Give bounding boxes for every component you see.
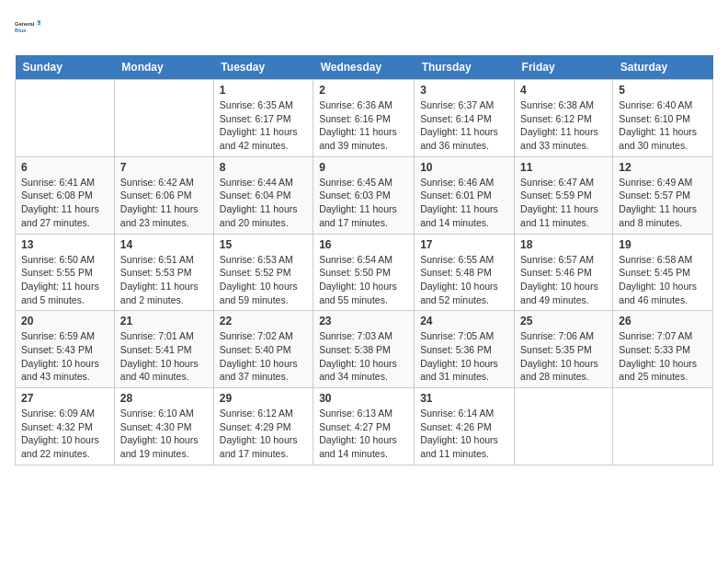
calendar-cell: 6 Sunrise: 6:41 AM Sunset: 6:08 PM Dayli… xyxy=(16,156,115,234)
weekday-header: Sunday xyxy=(16,55,115,80)
day-info: Sunrise: 6:42 AM Sunset: 6:06 PM Dayligh… xyxy=(120,176,208,230)
weekday-header: Saturday xyxy=(613,55,713,80)
day-info: Sunrise: 6:35 AM Sunset: 6:17 PM Dayligh… xyxy=(220,98,307,153)
day-info: Sunrise: 6:47 AM Sunset: 5:59 PM Dayligh… xyxy=(520,176,607,230)
day-info: Sunrise: 7:05 AM Sunset: 5:36 PM Dayligh… xyxy=(420,329,508,384)
calendar-cell: 5 Sunrise: 6:40 AM Sunset: 6:10 PM Dayli… xyxy=(613,80,713,157)
calendar-cell: 18 Sunrise: 6:57 AM Sunset: 5:46 PM Dayl… xyxy=(515,234,613,311)
calendar-cell: 17 Sunrise: 6:55 AM Sunset: 5:48 PM Dayl… xyxy=(415,234,515,311)
day-info: Sunrise: 7:07 AM Sunset: 5:33 PM Dayligh… xyxy=(619,329,707,384)
day-info: Sunrise: 6:59 AM Sunset: 5:43 PM Dayligh… xyxy=(21,329,108,384)
calendar-cell: 21 Sunrise: 7:01 AM Sunset: 5:41 PM Dayl… xyxy=(114,311,213,388)
day-info: Sunrise: 6:49 AM Sunset: 5:57 PM Dayligh… xyxy=(619,176,707,230)
calendar-cell: 3 Sunrise: 6:37 AM Sunset: 6:14 PM Dayli… xyxy=(415,80,515,157)
calendar-table: SundayMondayTuesdayWednesdayThursdayFrid… xyxy=(15,55,713,465)
day-number: 16 xyxy=(319,238,408,251)
calendar-cell: 31 Sunrise: 6:14 AM Sunset: 4:26 PM Dayl… xyxy=(415,388,515,465)
day-number: 4 xyxy=(520,84,607,97)
calendar-cell: 19 Sunrise: 6:58 AM Sunset: 5:45 PM Dayl… xyxy=(613,234,713,311)
calendar-cell: 20 Sunrise: 6:59 AM Sunset: 5:43 PM Dayl… xyxy=(16,311,115,388)
day-number: 28 xyxy=(120,392,208,405)
calendar-cell xyxy=(613,388,713,465)
day-number: 25 xyxy=(520,315,607,327)
day-info: Sunrise: 6:57 AM Sunset: 5:46 PM Dayligh… xyxy=(520,253,607,307)
day-number: 6 xyxy=(21,161,108,174)
calendar-cell: 13 Sunrise: 6:50 AM Sunset: 5:55 PM Dayl… xyxy=(16,234,115,311)
calendar-cell: 28 Sunrise: 6:10 AM Sunset: 4:30 PM Dayl… xyxy=(114,388,213,465)
day-number: 13 xyxy=(21,238,108,251)
day-number: 14 xyxy=(120,238,208,251)
calendar-cell: 7 Sunrise: 6:42 AM Sunset: 6:06 PM Dayli… xyxy=(114,156,213,234)
calendar-cell: 22 Sunrise: 7:02 AM Sunset: 5:40 PM Dayl… xyxy=(213,311,313,388)
day-number: 9 xyxy=(319,161,408,174)
day-info: Sunrise: 6:41 AM Sunset: 6:08 PM Dayligh… xyxy=(21,176,108,230)
day-info: Sunrise: 6:12 AM Sunset: 4:29 PM Dayligh… xyxy=(220,407,307,461)
weekday-header: Friday xyxy=(515,55,613,80)
day-info: Sunrise: 6:46 AM Sunset: 6:01 PM Dayligh… xyxy=(420,176,508,230)
day-info: Sunrise: 6:37 AM Sunset: 6:14 PM Dayligh… xyxy=(420,98,508,153)
calendar-cell: 16 Sunrise: 6:54 AM Sunset: 5:50 PM Dayl… xyxy=(313,234,415,311)
day-number: 19 xyxy=(619,238,707,251)
day-info: Sunrise: 6:51 AM Sunset: 5:53 PM Dayligh… xyxy=(120,253,208,307)
day-info: Sunrise: 6:50 AM Sunset: 5:55 PM Dayligh… xyxy=(21,253,108,307)
calendar-week-row: 1 Sunrise: 6:35 AM Sunset: 6:17 PM Dayli… xyxy=(16,80,713,157)
calendar-cell: 2 Sunrise: 6:36 AM Sunset: 6:16 PM Dayli… xyxy=(313,80,415,157)
calendar-cell: 11 Sunrise: 6:47 AM Sunset: 5:59 PM Dayl… xyxy=(515,156,613,234)
calendar-cell: 9 Sunrise: 6:45 AM Sunset: 6:03 PM Dayli… xyxy=(313,156,415,234)
calendar-cell: 24 Sunrise: 7:05 AM Sunset: 5:36 PM Dayl… xyxy=(415,311,515,388)
day-number: 1 xyxy=(220,84,307,97)
day-number: 30 xyxy=(319,392,408,405)
day-info: Sunrise: 6:54 AM Sunset: 5:50 PM Dayligh… xyxy=(319,253,408,307)
calendar-cell: 15 Sunrise: 6:53 AM Sunset: 5:52 PM Dayl… xyxy=(213,234,313,311)
calendar-cell: 1 Sunrise: 6:35 AM Sunset: 6:17 PM Dayli… xyxy=(213,80,313,157)
calendar-cell: 8 Sunrise: 6:44 AM Sunset: 6:04 PM Dayli… xyxy=(213,156,313,234)
calendar-week-row: 6 Sunrise: 6:41 AM Sunset: 6:08 PM Dayli… xyxy=(16,156,713,234)
calendar-cell xyxy=(515,388,613,465)
day-number: 26 xyxy=(619,315,707,327)
day-info: Sunrise: 6:55 AM Sunset: 5:48 PM Dayligh… xyxy=(420,253,508,307)
logo-icon: General Blue xyxy=(15,15,40,40)
day-number: 20 xyxy=(21,315,108,327)
weekday-header: Thursday xyxy=(415,55,515,80)
day-info: Sunrise: 6:13 AM Sunset: 4:27 PM Dayligh… xyxy=(319,407,408,461)
day-info: Sunrise: 7:02 AM Sunset: 5:40 PM Dayligh… xyxy=(220,329,307,384)
svg-text:General: General xyxy=(15,21,35,27)
day-number: 23 xyxy=(319,315,408,327)
day-info: Sunrise: 7:03 AM Sunset: 5:38 PM Dayligh… xyxy=(319,329,408,384)
day-info: Sunrise: 6:38 AM Sunset: 6:12 PM Dayligh… xyxy=(520,98,607,153)
day-number: 17 xyxy=(420,238,508,251)
day-number: 29 xyxy=(220,392,307,405)
day-number: 31 xyxy=(420,392,508,405)
day-number: 27 xyxy=(21,392,108,405)
day-number: 15 xyxy=(220,238,307,251)
svg-text:Blue: Blue xyxy=(15,28,26,33)
header-row: SundayMondayTuesdayWednesdayThursdayFrid… xyxy=(16,55,713,80)
day-number: 22 xyxy=(220,315,307,327)
day-number: 12 xyxy=(619,161,707,174)
calendar-cell: 25 Sunrise: 7:06 AM Sunset: 5:35 PM Dayl… xyxy=(515,311,613,388)
calendar-cell: 30 Sunrise: 6:13 AM Sunset: 4:27 PM Dayl… xyxy=(313,388,415,465)
day-info: Sunrise: 7:06 AM Sunset: 5:35 PM Dayligh… xyxy=(520,329,607,384)
day-number: 7 xyxy=(120,161,208,174)
day-info: Sunrise: 6:40 AM Sunset: 6:10 PM Dayligh… xyxy=(619,98,707,153)
calendar-cell xyxy=(16,80,115,157)
day-number: 24 xyxy=(420,315,508,327)
calendar-cell: 27 Sunrise: 6:09 AM Sunset: 4:32 PM Dayl… xyxy=(16,388,115,465)
calendar-cell: 23 Sunrise: 7:03 AM Sunset: 5:38 PM Dayl… xyxy=(313,311,415,388)
weekday-header: Tuesday xyxy=(213,55,313,80)
day-number: 2 xyxy=(319,84,408,97)
calendar-cell: 12 Sunrise: 6:49 AM Sunset: 5:57 PM Dayl… xyxy=(613,156,713,234)
day-info: Sunrise: 6:09 AM Sunset: 4:32 PM Dayligh… xyxy=(21,407,108,461)
calendar-cell: 4 Sunrise: 6:38 AM Sunset: 6:12 PM Dayli… xyxy=(515,80,613,157)
day-info: Sunrise: 6:10 AM Sunset: 4:30 PM Dayligh… xyxy=(120,407,208,461)
day-number: 18 xyxy=(520,238,607,251)
day-number: 3 xyxy=(420,84,508,97)
day-number: 11 xyxy=(520,161,607,174)
day-number: 5 xyxy=(619,84,707,97)
calendar-week-row: 27 Sunrise: 6:09 AM Sunset: 4:32 PM Dayl… xyxy=(16,388,713,465)
header: General Blue xyxy=(15,15,713,40)
day-info: Sunrise: 6:58 AM Sunset: 5:45 PM Dayligh… xyxy=(619,253,707,307)
weekday-header: Wednesday xyxy=(313,55,415,80)
day-info: Sunrise: 6:14 AM Sunset: 4:26 PM Dayligh… xyxy=(420,407,508,461)
logo: General Blue xyxy=(15,15,40,40)
